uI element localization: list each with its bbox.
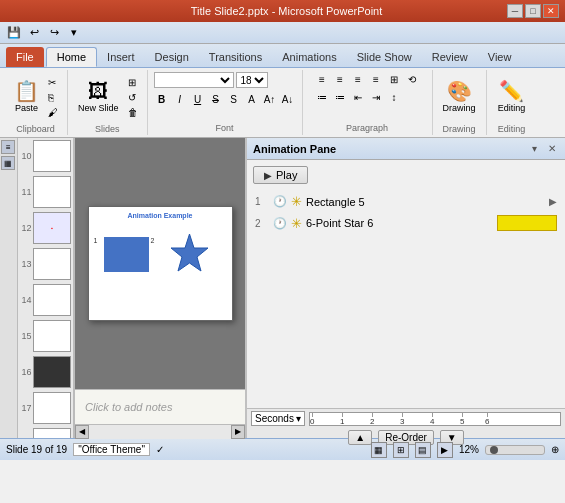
redo-button[interactable]: ↪ <box>46 25 62 41</box>
slide-thumbnail[interactable] <box>33 140 71 172</box>
delete-slide-button[interactable]: 🗑 <box>125 106 141 119</box>
slide-sorter-button[interactable]: ⊞ <box>393 442 409 458</box>
slide-thumbnail[interactable] <box>33 320 71 352</box>
bold-button[interactable]: B <box>154 92 170 106</box>
format-painter-button[interactable]: 🖌 <box>45 106 61 119</box>
slide-canvas[interactable]: Animation Example 1 2 <box>75 138 245 389</box>
tab-insert[interactable]: Insert <box>97 47 145 67</box>
horizontal-scroll-track[interactable] <box>89 425 231 439</box>
save-button[interactable]: 💾 <box>6 25 22 41</box>
slide-thumb-15[interactable]: 15 <box>18 318 73 354</box>
slide-thumb-13[interactable]: 13 <box>18 246 73 282</box>
pane-close-button[interactable]: ✕ <box>545 142 559 156</box>
slide-thumbnail[interactable] <box>33 248 71 280</box>
align-right-button[interactable]: ≡ <box>350 72 366 86</box>
slide-thumbnail[interactable] <box>33 356 71 388</box>
slide-main[interactable]: Animation Example 1 2 <box>88 206 233 321</box>
cut-button[interactable]: ✂ <box>45 76 61 89</box>
tab-design[interactable]: Design <box>145 47 199 67</box>
maximize-button[interactable]: □ <box>525 4 541 18</box>
slide-thumbnail[interactable]: ▪ <box>33 212 71 244</box>
tab-review[interactable]: Review <box>422 47 478 67</box>
tab-file[interactable]: File <box>6 47 44 67</box>
scroll-right-button[interactable]: ▶ <box>231 425 245 439</box>
bullets-button[interactable]: ≔ <box>314 90 330 104</box>
slide-thumb-17[interactable]: 17 <box>18 390 73 426</box>
font-size-increase-button[interactable]: A↑ <box>262 92 278 106</box>
slide-thumbnail[interactable] <box>33 392 71 424</box>
slide-thumbnail[interactable] <box>33 176 71 208</box>
animation-pane-title: Animation Pane <box>253 143 336 155</box>
tab-home[interactable]: Home <box>46 47 97 67</box>
slide-thumb-16[interactable]: 16 <box>18 354 73 390</box>
play-button[interactable]: ▶ Play <box>253 166 308 184</box>
slide-star-shape[interactable] <box>167 232 212 277</box>
seconds-dropdown[interactable]: Seconds ▾ <box>251 411 305 426</box>
tab-slideshow[interactable]: Slide Show <box>347 47 422 67</box>
pane-pin-button[interactable]: ▾ <box>527 142 541 156</box>
scroll-left-button[interactable]: ◀ <box>75 425 89 439</box>
align-left-button[interactable]: ≡ <box>314 72 330 86</box>
zoom-slider[interactable] <box>485 445 545 455</box>
quick-access-more-button[interactable]: ▾ <box>66 25 82 41</box>
slideshow-button[interactable]: ▶ <box>437 442 453 458</box>
notes-placeholder: Click to add notes <box>85 401 172 413</box>
undo-button[interactable]: ↩ <box>26 25 42 41</box>
close-button[interactable]: ✕ <box>543 4 559 18</box>
reading-view-button[interactable]: ▤ <box>415 442 431 458</box>
slide-thumb-11[interactable]: 11 <box>18 174 73 210</box>
drawing-button[interactable]: 🎨 Drawing <box>439 72 480 122</box>
slide-thumb-18[interactable]: 18 <box>18 426 73 438</box>
slide-thumbnail[interactable] <box>33 284 71 316</box>
editing-button[interactable]: ✏️ Editing <box>494 72 530 122</box>
font-color-button[interactable]: A <box>244 92 260 106</box>
slide-element-num-2: 2 <box>151 237 155 244</box>
tab-transitions[interactable]: Transitions <box>199 47 272 67</box>
ribbon-group-clipboard: 📋 Paste ✂ ⎘ 🖌 Clipboard <box>4 70 68 135</box>
slide-num-label: 14 <box>20 295 32 305</box>
shadow-button[interactable]: S <box>226 92 242 106</box>
indent-decrease-button[interactable]: ⇤ <box>350 90 366 104</box>
animation-item-2[interactable]: 2 🕐 ✳ 6-Point Star 6 <box>253 213 559 233</box>
slide-thumbnail[interactable] <box>33 428 71 438</box>
move-earlier-button[interactable]: ▲ <box>348 430 372 445</box>
slide-thumb-10[interactable]: 10 <box>18 138 73 174</box>
align-center-button[interactable]: ≡ <box>332 72 348 86</box>
slide-thumb-14[interactable]: 14 <box>18 282 73 318</box>
underline-button[interactable]: U <box>190 92 206 106</box>
spell-check-icon: ✓ <box>156 444 164 455</box>
layout-button[interactable]: ⊞ <box>125 76 141 89</box>
font-size-select[interactable]: 18 <box>236 72 268 88</box>
copy-button[interactable]: ⎘ <box>45 91 61 104</box>
text-direction-button[interactable]: ⟲ <box>404 72 420 86</box>
slide-rectangle-shape[interactable] <box>104 237 149 272</box>
strikethrough-button[interactable]: S <box>208 92 224 106</box>
paste-button[interactable]: 📋 Paste <box>10 72 43 122</box>
font-size-decrease-button[interactable]: A↓ <box>280 92 296 106</box>
indent-increase-button[interactable]: ⇥ <box>368 90 384 104</box>
window-controls[interactable]: ─ □ ✕ <box>507 4 559 18</box>
normal-view-button[interactable]: ▦ <box>371 442 387 458</box>
columns-button[interactable]: ⊞ <box>386 72 402 86</box>
notes-area[interactable]: Click to add notes <box>75 389 245 424</box>
tab-view[interactable]: View <box>478 47 522 67</box>
minimize-button[interactable]: ─ <box>507 4 523 18</box>
justify-button[interactable]: ≡ <box>368 72 384 86</box>
theme-info: "Office Theme" <box>73 443 150 456</box>
numbering-button[interactable]: ≔ <box>332 90 348 104</box>
zoom-slider-thumb[interactable] <box>490 446 498 454</box>
main-area: ≡ ▦ 10 11 12 ▪ 13 14 <box>0 138 565 438</box>
animation-pane: Animation Pane ▾ ✕ ▶ Play 1 🕐 ✳ Rectangl… <box>245 138 565 438</box>
italic-button[interactable]: I <box>172 92 188 106</box>
line-spacing-button[interactable]: ↕ <box>386 90 402 104</box>
reset-button[interactable]: ↺ <box>125 91 141 104</box>
zoom-expand-icon[interactable]: ⊕ <box>551 444 559 455</box>
new-slide-button[interactable]: 🖼 New Slide <box>74 72 123 122</box>
animation-item-1[interactable]: 1 🕐 ✳ Rectangle 5 ▶ <box>253 192 559 211</box>
outline-view-icon[interactable]: ≡ <box>1 140 15 154</box>
zoom-level: 12% <box>459 444 479 455</box>
tab-animations[interactable]: Animations <box>272 47 346 67</box>
slide-thumb-12[interactable]: 12 ▪ <box>18 210 73 246</box>
font-family-select[interactable] <box>154 72 234 88</box>
slides-view-icon[interactable]: ▦ <box>1 156 15 170</box>
